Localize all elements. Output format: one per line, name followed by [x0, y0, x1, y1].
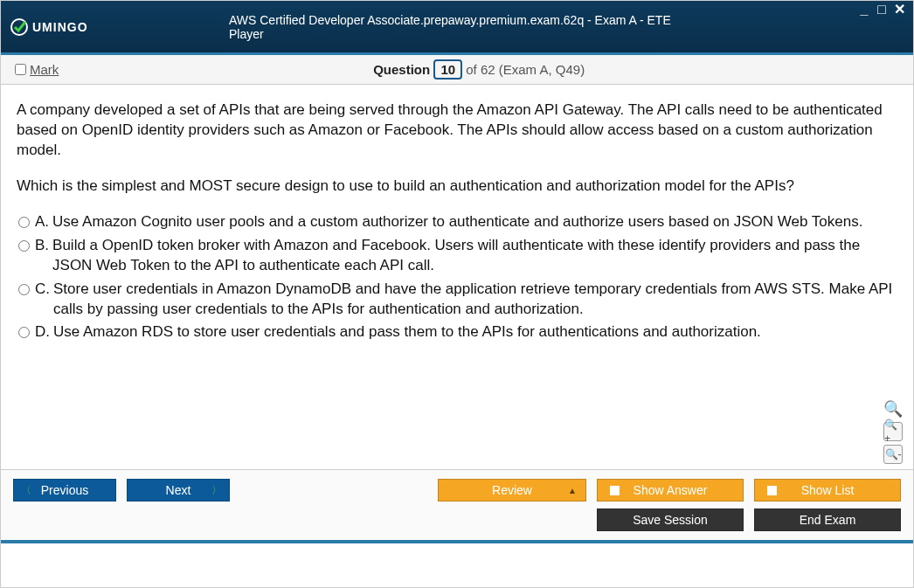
answer-text: Use Amazon Cognito user pools and a cust…	[52, 212, 862, 232]
checkbox-icon	[767, 486, 777, 495]
show-list-button[interactable]: Show List	[754, 479, 901, 502]
answer-text: Use Amazon RDS to store user credentials…	[53, 322, 761, 342]
logo: UMINGO	[10, 17, 88, 37]
question-paragraph: Which is the simplest and MOST secure de…	[17, 176, 897, 197]
question-label: Question	[373, 62, 430, 77]
answer-letter: D.	[35, 322, 50, 342]
question-total: of 62 (Exam A, Q49)	[466, 62, 585, 77]
answer-option[interactable]: D. Use Amazon RDS to store user credenti…	[17, 322, 897, 342]
answer-radio[interactable]	[18, 327, 30, 338]
triangle-up-icon: ▲	[568, 486, 577, 495]
zoom-in-icon[interactable]: 🔍+	[883, 422, 903, 441]
answer-text: Store user credentials in Amazon DynamoD…	[53, 280, 897, 320]
logo-checkmark-icon	[10, 17, 29, 37]
question-header: Mark Question 10 of 62 (Exam A, Q49)	[1, 55, 913, 85]
search-icon[interactable]: 🔍	[883, 399, 903, 419]
minimize-icon[interactable]: _	[857, 4, 871, 15]
question-number[interactable]: 10	[433, 59, 462, 80]
next-button[interactable]: Next 〉	[127, 479, 230, 502]
logo-text: UMINGO	[32, 20, 88, 34]
question-info: Question 10 of 62 (Exam A, Q49)	[373, 62, 585, 77]
answer-option[interactable]: C. Store user credentials in Amazon Dyna…	[17, 280, 897, 320]
chevron-right-icon: 〉	[211, 483, 222, 498]
close-icon[interactable]: ✕	[892, 4, 906, 15]
zoom-out-icon[interactable]: 🔍-	[883, 445, 903, 464]
answer-letter: B.	[35, 236, 49, 256]
question-paragraph: A company developed a set of APIs that a…	[17, 100, 897, 161]
answer-radio[interactable]	[18, 240, 30, 252]
mark-checkbox-group[interactable]: Mark	[15, 62, 59, 77]
question-body: A company developed a set of APIs that a…	[1, 85, 913, 469]
answer-letter: A.	[35, 212, 49, 232]
answer-option[interactable]: B. Build a OpenID token broker with Amaz…	[17, 236, 897, 276]
answer-option[interactable]: A. Use Amazon Cognito user pools and a c…	[17, 212, 897, 232]
answer-radio[interactable]	[18, 284, 30, 295]
answer-letter: C.	[35, 280, 50, 300]
mark-label: Mark	[30, 62, 59, 77]
review-button[interactable]: Review ▲	[438, 479, 586, 502]
end-exam-button[interactable]: End Exam	[754, 508, 901, 531]
checkbox-icon	[610, 486, 620, 495]
window-title: AWS Certified Developer Associate.prepaw…	[229, 13, 685, 41]
answer-list: A. Use Amazon Cognito user pools and a c…	[17, 212, 897, 343]
show-answer-button[interactable]: Show Answer	[597, 479, 744, 502]
mark-checkbox[interactable]	[15, 64, 26, 75]
window-controls: _ □ ✕	[857, 4, 906, 15]
save-session-button[interactable]: Save Session	[597, 508, 744, 531]
footer: 〈 Previous Next 〉 Review ▲ Show Answer S…	[1, 469, 913, 540]
bottom-accent	[1, 540, 913, 543]
titlebar: UMINGO AWS Certified Developer Associate…	[1, 1, 913, 55]
previous-button[interactable]: 〈 Previous	[13, 479, 116, 502]
answer-text: Build a OpenID token broker with Amazon …	[52, 236, 897, 276]
chevron-left-icon: 〈	[21, 483, 31, 498]
maximize-icon[interactable]: □	[875, 4, 889, 15]
zoom-controls: 🔍 🔍+ 🔍-	[883, 399, 903, 464]
question-text: A company developed a set of APIs that a…	[17, 100, 897, 197]
answer-radio[interactable]	[18, 217, 30, 228]
